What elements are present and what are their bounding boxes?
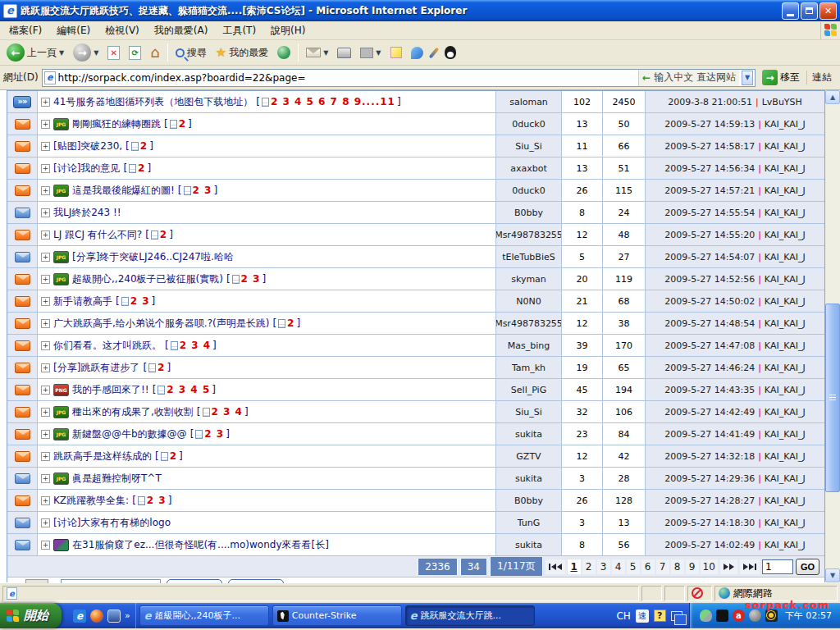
refresh-button[interactable]: ⟳ (126, 44, 144, 62)
topic-author[interactable]: Sell_PiG (496, 379, 562, 400)
mail-button[interactable]: ▼ (303, 46, 331, 59)
page-link-8[interactable]: 8 (671, 559, 684, 574)
topic-title-link[interactable]: [讨论]大家有冇有梯的logo (53, 516, 171, 530)
expand-plus-icon[interactable]: + (41, 98, 50, 107)
topic-title-link[interactable]: [贴图]突破230, (53, 139, 122, 153)
topic-pages[interactable]: [2] (272, 317, 300, 329)
search-button[interactable]: 搜尋 (172, 44, 210, 62)
topic-page-links[interactable]: 2 3 4 5 6 7 8 9....11 (271, 96, 395, 107)
topic-page-links[interactable]: 2 3 4 5 (167, 384, 210, 395)
topic-title-link[interactable]: LJ 跟CJ 有什么不同? (53, 228, 142, 242)
page-link-6[interactable]: 6 (641, 559, 655, 574)
menu-item-2[interactable]: 檢視(V) (98, 24, 147, 38)
page-link-5[interactable]: 5 (627, 559, 640, 574)
topic-page-links[interactable]: 2 (140, 140, 148, 152)
print-button[interactable] (334, 46, 354, 60)
language-indicator[interactable]: CH (616, 610, 630, 622)
start-button[interactable]: 開始 (0, 603, 62, 628)
expand-plus-icon[interactable]: + (41, 452, 50, 461)
address-input[interactable] (58, 72, 637, 84)
topic-author[interactable]: skyman (496, 268, 562, 290)
topic-pages[interactable]: [2 3] (178, 185, 217, 196)
menu-item-1[interactable]: 編輯(E) (49, 24, 98, 38)
topic-page-links[interactable]: 2 3 (204, 428, 224, 440)
topic-author[interactable]: N0N0 (496, 290, 562, 312)
topic-pages[interactable]: [2] (143, 362, 171, 373)
go-button[interactable]: → 移至 (759, 70, 803, 85)
more-chevron-icon[interactable]: » (125, 610, 130, 621)
topic-title-link[interactable]: 剛剛瘋狂的練轉圈跳 (72, 117, 161, 131)
topic-title-link[interactable]: 眞是超難控制呀T^T (72, 472, 162, 486)
ie-icon[interactable]: e (73, 609, 86, 623)
favorites-button[interactable]: ★ 我的最愛 (212, 43, 272, 62)
topic-author[interactable]: sukita (496, 423, 562, 445)
topic-author[interactable]: B0bby (496, 490, 562, 511)
last-poster-link[interactable]: KAI_KAI_J (765, 540, 806, 550)
expand-plus-icon[interactable]: + (41, 164, 50, 173)
last-poster-link[interactable]: KAI_KAI_J (765, 385, 806, 395)
topic-author[interactable]: Mas_bing (496, 335, 562, 356)
topic-author[interactable]: 0duck0 (496, 113, 562, 135)
topic-author[interactable]: Tam_kh (496, 357, 562, 378)
last-poster-link[interactable]: KAI_KAI_J (765, 230, 806, 240)
menu-item-3[interactable]: 我的最愛(A) (147, 24, 216, 38)
topic-pages[interactable]: [2] (164, 118, 192, 130)
topic-pages[interactable]: [2 3 4 5 6 7 8 9....11] (256, 96, 400, 107)
page-link-7[interactable]: 7 (656, 559, 669, 574)
signal-icon[interactable] (765, 609, 778, 622)
app-grey-icon[interactable] (749, 609, 761, 622)
last-poster-link[interactable]: KAI_KAI_J (765, 495, 806, 506)
last-page-button[interactable] (740, 559, 760, 574)
chinese-keyword-helper[interactable]: ← 输入中文 直达网站 (638, 70, 739, 86)
topic-title-link[interactable]: 在31服偷窺了ez...但很奇怪呢(有....mo)wondy來看看[长] (72, 538, 329, 552)
stop-button[interactable]: ✕ (104, 44, 123, 62)
expand-plus-icon[interactable]: + (41, 275, 50, 284)
last-poster-link[interactable]: KAI_KAI_J (765, 119, 806, 130)
alarm-a-icon[interactable]: a (733, 609, 745, 622)
media-player-icon[interactable] (90, 609, 103, 623)
topic-title-link[interactable]: 種出來的有成果了,收割收割 (72, 405, 194, 419)
topic-title-link[interactable]: 广大跳跃高手,给小弟说个服务器呗.?(声明是长跳) (53, 317, 269, 331)
topic-title-link[interactable]: 我LJ終於243 !! (53, 206, 121, 220)
next-pages-button[interactable] (720, 559, 737, 574)
topic-pages[interactable]: [2] (155, 450, 183, 462)
topic-pages[interactable]: [2 3] (226, 273, 266, 285)
task-button-2[interactable]: e跳跃服交流大厅跳... (405, 605, 535, 626)
last-poster-link[interactable]: LvBuYSH (762, 97, 802, 107)
task-button-1[interactable]: Counter-Strike (272, 605, 402, 626)
topic-page-links[interactable]: 2 3 (130, 295, 150, 307)
last-poster-link[interactable]: KAI_KAI_J (765, 451, 806, 462)
cutoff-button-1[interactable] (167, 579, 222, 583)
scrollbar-thumb[interactable] (825, 304, 840, 492)
topic-page-links[interactable]: 2 (170, 450, 177, 462)
topic-title-link[interactable]: 41号服务器地图循环列表（地图包下载地址） (53, 95, 253, 109)
topic-title-link[interactable]: 新鍵盤@@牛b的數據@@ (72, 427, 187, 441)
topic-author[interactable]: 0duck0 (496, 180, 562, 201)
desktop-share-icon[interactable] (671, 611, 682, 621)
expand-plus-icon[interactable]: + (41, 142, 50, 151)
window-titlebar[interactable]: e 跳跃服交流大厅跳跃技巧、捉迷藏、躲猫猫交流....[索沛CS论坛] - Mi… (0, 0, 840, 21)
cutoff-search-input[interactable] (61, 579, 161, 583)
expand-plus-icon[interactable]: + (41, 408, 50, 417)
topic-pages[interactable]: [2 3] (132, 495, 171, 506)
expand-plus-icon[interactable]: + (41, 430, 50, 439)
restore-button[interactable] (801, 2, 818, 20)
expand-plus-icon[interactable]: + (41, 518, 50, 527)
topic-author[interactable]: sukita (496, 534, 562, 555)
last-poster-link[interactable]: KAI_KAI_J (765, 518, 806, 528)
topic-page-links[interactable]: 2 (160, 229, 167, 240)
ime-icon[interactable]: 速 (636, 609, 649, 623)
topic-title-link[interactable]: 你们看看。这才叫跳跃。 (53, 339, 162, 353)
page-jump-input[interactable] (762, 559, 793, 574)
task-button-0[interactable]: e超級開心,,240板子... (139, 605, 269, 626)
topic-pages[interactable]: [2 3 4] (165, 340, 217, 351)
topic-page-links[interactable]: 2 (179, 118, 186, 130)
topic-page-links[interactable]: 2 3 (147, 495, 167, 506)
menu-item-0[interactable]: 檔案(F) (2, 24, 49, 38)
topic-author[interactable]: Msr498783255 (496, 224, 562, 245)
messenger-icon[interactable] (700, 609, 712, 622)
expand-plus-icon[interactable]: + (41, 186, 50, 195)
topic-page-links[interactable]: 2 3 4 (212, 406, 243, 418)
cutoff-select[interactable] (25, 579, 48, 583)
last-poster-link[interactable]: KAI_KAI_J (765, 296, 806, 307)
